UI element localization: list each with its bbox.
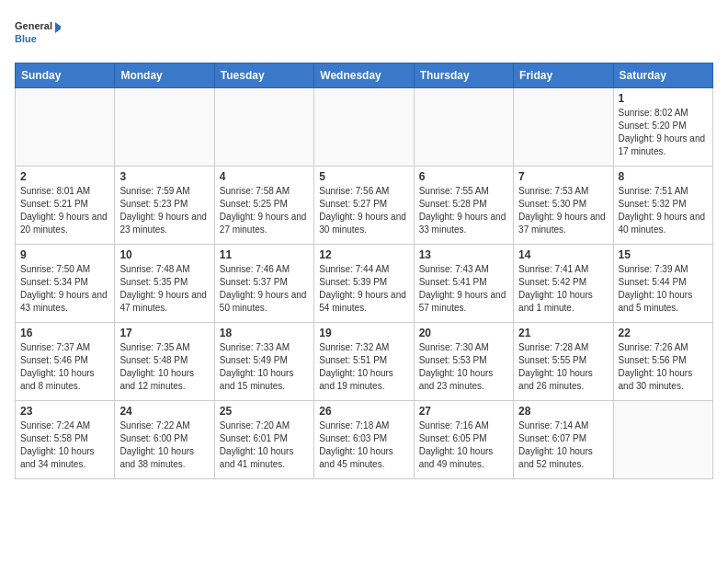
day-info: Sunrise: 7:48 AM Sunset: 5:35 PM Dayligh… [119, 263, 209, 315]
week-row-2: 2Sunrise: 8:01 AM Sunset: 5:21 PM Daylig… [16, 167, 713, 245]
weekday-header-tuesday: Tuesday [214, 63, 313, 88]
svg-marker-2 [55, 22, 61, 33]
day-number: 22 [619, 327, 708, 339]
day-number: 10 [119, 248, 209, 261]
calendar-table: SundayMondayTuesdayWednesdayThursdayFrid… [15, 63, 713, 479]
week-row-4: 16Sunrise: 7:37 AM Sunset: 5:46 PM Dayli… [16, 323, 713, 401]
svg-text:General: General [15, 20, 52, 31]
day-number: 17 [119, 327, 209, 339]
calendar-cell: 2Sunrise: 8:01 AM Sunset: 5:21 PM Daylig… [16, 167, 115, 245]
weekday-header-friday: Friday [514, 63, 613, 88]
calendar-cell: 5Sunrise: 7:56 AM Sunset: 5:27 PM Daylig… [314, 167, 414, 245]
day-info: Sunrise: 8:01 AM Sunset: 5:21 PM Dayligh… [20, 185, 109, 236]
calendar-cell: 19Sunrise: 7:32 AM Sunset: 5:51 PM Dayli… [314, 323, 414, 401]
calendar-cell: 14Sunrise: 7:41 AM Sunset: 5:42 PM Dayli… [514, 245, 613, 323]
weekday-header-sunday: Sunday [16, 63, 115, 88]
day-info: Sunrise: 7:55 AM Sunset: 5:28 PM Dayligh… [419, 185, 508, 236]
calendar-cell [613, 401, 712, 479]
day-number: 26 [319, 405, 408, 418]
day-info: Sunrise: 7:35 AM Sunset: 5:48 PM Dayligh… [119, 341, 209, 393]
weekday-header-wednesday: Wednesday [314, 63, 414, 88]
calendar-cell: 16Sunrise: 7:37 AM Sunset: 5:46 PM Dayli… [16, 323, 115, 401]
day-number: 15 [619, 248, 708, 261]
day-info: Sunrise: 7:41 AM Sunset: 5:42 PM Dayligh… [518, 263, 608, 315]
calendar-cell: 3Sunrise: 7:59 AM Sunset: 5:23 PM Daylig… [115, 167, 214, 245]
day-number: 23 [20, 405, 109, 418]
day-number: 28 [518, 405, 608, 418]
calendar-cell: 15Sunrise: 7:39 AM Sunset: 5:44 PM Dayli… [613, 245, 712, 323]
day-number: 1 [619, 92, 708, 105]
calendar-cell: 27Sunrise: 7:16 AM Sunset: 6:05 PM Dayli… [414, 401, 513, 479]
day-number: 2 [20, 170, 109, 183]
day-info: Sunrise: 7:37 AM Sunset: 5:46 PM Dayligh… [20, 341, 109, 393]
day-number: 24 [119, 405, 209, 418]
day-info: Sunrise: 7:26 AM Sunset: 5:56 PM Dayligh… [619, 341, 708, 393]
day-info: Sunrise: 7:50 AM Sunset: 5:34 PM Dayligh… [20, 263, 109, 315]
weekday-header-monday: Monday [115, 63, 214, 88]
calendar-cell: 8Sunrise: 7:51 AM Sunset: 5:32 PM Daylig… [613, 167, 712, 245]
calendar-cell: 13Sunrise: 7:43 AM Sunset: 5:41 PM Dayli… [414, 245, 513, 323]
day-info: Sunrise: 7:33 AM Sunset: 5:49 PM Dayligh… [220, 341, 309, 393]
calendar-cell: 25Sunrise: 7:20 AM Sunset: 6:01 PM Dayli… [214, 401, 313, 479]
day-info: Sunrise: 7:30 AM Sunset: 5:53 PM Dayligh… [419, 341, 508, 393]
week-row-3: 9Sunrise: 7:50 AM Sunset: 5:34 PM Daylig… [16, 245, 713, 323]
day-info: Sunrise: 7:22 AM Sunset: 6:00 PM Dayligh… [119, 419, 209, 471]
day-number: 25 [220, 405, 309, 418]
day-info: Sunrise: 7:16 AM Sunset: 6:05 PM Dayligh… [419, 419, 508, 471]
logo-svg: General Blue [15, 15, 61, 52]
day-number: 13 [419, 248, 508, 261]
day-number: 9 [20, 248, 109, 261]
day-info: Sunrise: 8:02 AM Sunset: 5:20 PM Dayligh… [619, 107, 708, 158]
calendar-cell: 11Sunrise: 7:46 AM Sunset: 5:37 PM Dayli… [214, 245, 313, 323]
calendar-cell: 1Sunrise: 8:02 AM Sunset: 5:20 PM Daylig… [613, 88, 712, 167]
calendar-cell: 23Sunrise: 7:24 AM Sunset: 5:58 PM Dayli… [16, 401, 115, 479]
page-header: General Blue [15, 15, 713, 52]
day-number: 27 [419, 405, 508, 418]
calendar-cell [514, 88, 613, 167]
day-number: 4 [220, 170, 309, 183]
day-number: 20 [419, 327, 508, 339]
day-number: 5 [319, 170, 408, 183]
day-info: Sunrise: 7:58 AM Sunset: 5:25 PM Dayligh… [220, 185, 309, 236]
day-info: Sunrise: 7:20 AM Sunset: 6:01 PM Dayligh… [220, 419, 309, 471]
calendar-cell [314, 88, 414, 167]
day-number: 14 [518, 248, 608, 261]
calendar-cell: 6Sunrise: 7:55 AM Sunset: 5:28 PM Daylig… [414, 167, 513, 245]
day-info: Sunrise: 7:43 AM Sunset: 5:41 PM Dayligh… [419, 263, 508, 315]
day-number: 6 [419, 170, 508, 183]
calendar-cell: 7Sunrise: 7:53 AM Sunset: 5:30 PM Daylig… [514, 167, 613, 245]
day-info: Sunrise: 7:51 AM Sunset: 5:32 PM Dayligh… [619, 185, 708, 236]
day-info: Sunrise: 7:56 AM Sunset: 5:27 PM Dayligh… [319, 185, 408, 236]
calendar-cell: 18Sunrise: 7:33 AM Sunset: 5:49 PM Dayli… [214, 323, 313, 401]
day-info: Sunrise: 7:24 AM Sunset: 5:58 PM Dayligh… [20, 419, 109, 471]
day-info: Sunrise: 7:46 AM Sunset: 5:37 PM Dayligh… [220, 263, 309, 315]
day-number: 21 [518, 327, 608, 339]
calendar-cell: 22Sunrise: 7:26 AM Sunset: 5:56 PM Dayli… [613, 323, 712, 401]
day-info: Sunrise: 7:44 AM Sunset: 5:39 PM Dayligh… [319, 263, 408, 315]
day-info: Sunrise: 7:28 AM Sunset: 5:55 PM Dayligh… [518, 341, 608, 393]
weekday-header-saturday: Saturday [613, 63, 712, 88]
week-row-5: 23Sunrise: 7:24 AM Sunset: 5:58 PM Dayli… [16, 401, 713, 479]
calendar-cell [115, 88, 214, 167]
svg-text:Blue: Blue [15, 33, 37, 44]
calendar-cell: 4Sunrise: 7:58 AM Sunset: 5:25 PM Daylig… [214, 167, 313, 245]
weekday-header-thursday: Thursday [414, 63, 513, 88]
day-number: 7 [518, 170, 608, 183]
logo: General Blue [15, 15, 61, 52]
day-info: Sunrise: 7:18 AM Sunset: 6:03 PM Dayligh… [319, 419, 408, 471]
day-info: Sunrise: 7:14 AM Sunset: 6:07 PM Dayligh… [518, 419, 608, 471]
calendar-cell: 20Sunrise: 7:30 AM Sunset: 5:53 PM Dayli… [414, 323, 513, 401]
day-info: Sunrise: 7:32 AM Sunset: 5:51 PM Dayligh… [319, 341, 408, 393]
day-number: 12 [319, 248, 408, 261]
calendar-cell [214, 88, 313, 167]
calendar-cell: 17Sunrise: 7:35 AM Sunset: 5:48 PM Dayli… [115, 323, 214, 401]
day-number: 3 [119, 170, 209, 183]
day-number: 16 [20, 327, 109, 339]
day-info: Sunrise: 7:39 AM Sunset: 5:44 PM Dayligh… [619, 263, 708, 315]
day-number: 8 [619, 170, 708, 183]
calendar-cell: 24Sunrise: 7:22 AM Sunset: 6:00 PM Dayli… [115, 401, 214, 479]
day-number: 19 [319, 327, 408, 339]
calendar-cell [414, 88, 513, 167]
day-info: Sunrise: 7:59 AM Sunset: 5:23 PM Dayligh… [119, 185, 209, 236]
day-number: 18 [220, 327, 309, 339]
